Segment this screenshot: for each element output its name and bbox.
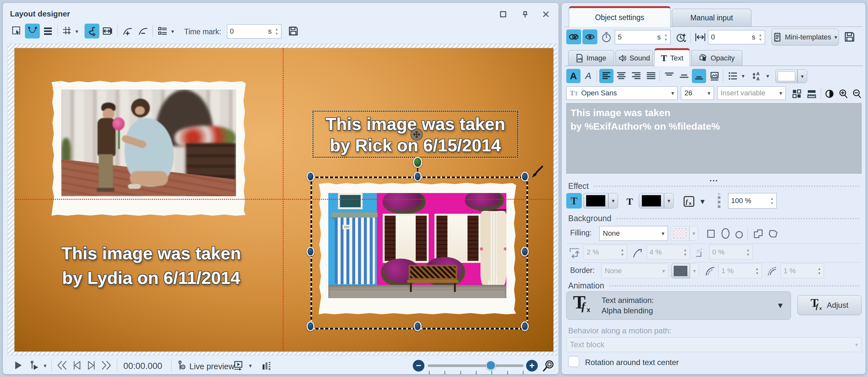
border-outer-icon[interactable] (766, 265, 779, 278)
preview-dropdown-icon[interactable]: ▾ (249, 363, 252, 369)
angle-icon[interactable] (630, 246, 644, 260)
insert-variable-select[interactable]: Insert variable ▾ (717, 86, 786, 100)
align-right-icon[interactable] (629, 69, 643, 83)
zoom-in-icon[interactable]: + (526, 360, 538, 372)
blocks-icon[interactable] (790, 88, 803, 100)
offset-spinner[interactable]: ▲▼ (758, 33, 762, 41)
spacing-icon[interactable] (694, 31, 707, 43)
resize-handle-se[interactable] (521, 321, 529, 331)
save-icon[interactable] (286, 24, 301, 38)
align-justify-icon[interactable] (644, 69, 658, 83)
valign-top-icon[interactable] (662, 69, 676, 83)
text-opacity-input[interactable]: 100 % ▲▼ (728, 193, 777, 209)
tab-image[interactable]: Image (568, 50, 614, 66)
text-object-rick[interactable]: This image was taken by Rick on 6/15/201… (312, 111, 518, 158)
slide-canvas[interactable]: This image was taken by Lydia on 6/11/20… (14, 48, 553, 351)
tab-manual-input[interactable]: Manual input (672, 9, 751, 27)
layers-icon[interactable] (40, 24, 55, 38)
tab-opacity[interactable]: Opacity (691, 50, 742, 66)
text-animation-select[interactable]: T f x Text animation: Alpha blending ▼ (566, 291, 791, 320)
text-content-editor[interactable]: This image was taken by %ExifAuthor% on … (566, 103, 862, 174)
list-icon[interactable] (725, 69, 740, 83)
list-dropdown-icon[interactable]: ▾ (742, 73, 745, 79)
zoom-fit-icon[interactable] (541, 358, 557, 373)
selection-box[interactable] (310, 176, 525, 326)
shape-rect-icon[interactable] (705, 228, 717, 240)
align-center-icon[interactable] (614, 69, 628, 83)
font-color-swatch[interactable] (775, 70, 798, 83)
fx-icon[interactable]: fx (682, 195, 696, 208)
shadow-color-swatch[interactable] (639, 193, 664, 209)
text-outline-icon[interactable]: T (566, 193, 582, 209)
live-preview-label[interactable]: Live preview (189, 362, 235, 371)
corner-round-icon[interactable] (693, 246, 707, 260)
pin-icon[interactable] (520, 9, 531, 20)
line-spacing-icon[interactable]: AA (750, 69, 765, 83)
valign-center-icon[interactable] (677, 69, 691, 83)
viewport-icon[interactable] (100, 24, 115, 38)
text-opacity-spinner[interactable]: ▲▼ (770, 197, 774, 205)
time-mark-input[interactable]: 0 s ▲▼ (227, 24, 281, 38)
next-icon[interactable] (85, 358, 99, 373)
font-size-select[interactable]: 26 ▾ (681, 86, 714, 100)
shadow-color-dropdown-icon[interactable]: ▾ (664, 193, 674, 209)
zoom-out-text-icon[interactable] (850, 88, 864, 100)
statistics-icon[interactable] (259, 358, 273, 373)
add-node-icon[interactable] (120, 24, 135, 38)
resize-handle-sw[interactable] (307, 321, 314, 331)
save-icon[interactable] (842, 29, 857, 44)
zoom-in-text-icon[interactable] (837, 88, 850, 100)
shape-step-icon[interactable] (751, 227, 765, 240)
zoom-slider-thumb[interactable] (486, 361, 496, 370)
grid-icon[interactable] (60, 24, 75, 38)
outline-list-dropdown-icon[interactable]: ▾ (171, 29, 174, 34)
time-mark-spinner[interactable]: ▲▼ (275, 28, 278, 36)
maximize-icon[interactable] (498, 9, 508, 20)
play-icon[interactable] (11, 358, 26, 373)
select-tool-icon[interactable] (9, 24, 24, 38)
rows-icon[interactable] (805, 88, 818, 100)
shape-ellipse-icon[interactable] (719, 227, 732, 240)
resize-handle-e[interactable] (521, 247, 529, 256)
text-shadow-icon[interactable]: T (623, 195, 636, 208)
eye-icon[interactable] (583, 29, 597, 44)
close-icon[interactable] (540, 9, 551, 20)
inline-image-icon[interactable] (707, 69, 722, 83)
zoom-out-icon[interactable]: − (413, 360, 425, 372)
text-object-lydia[interactable]: This image was taken by Lydia on 6/11/20… (31, 241, 272, 290)
resize-handle-w[interactable] (307, 247, 314, 256)
font-color-dropdown-icon[interactable]: ▾ (798, 70, 807, 83)
outline-color-swatch[interactable] (583, 193, 608, 209)
rotation-checkbox[interactable] (568, 356, 579, 367)
line-spacing-dropdown-icon[interactable]: ▾ (766, 73, 769, 79)
offset-input[interactable]: 0 s ▲▼ (708, 30, 765, 44)
mini-templates-button[interactable]: Mini-templates ▾ (772, 29, 839, 45)
motion-path-icon[interactable] (85, 24, 99, 38)
shape-polygon-icon[interactable] (766, 227, 780, 240)
tab-text[interactable]: T Text (654, 48, 690, 66)
tab-sound[interactable]: Sound (616, 50, 653, 66)
stopwatch-icon[interactable] (600, 31, 613, 44)
curve-tool-icon[interactable] (25, 24, 40, 38)
resize-handle-n[interactable] (414, 172, 422, 181)
link-icon[interactable] (566, 29, 581, 44)
outline-list-icon[interactable] (155, 24, 170, 38)
photo-object-lydia[interactable] (52, 80, 246, 216)
valign-bottom-icon[interactable] (692, 69, 706, 83)
bold-icon[interactable]: A (566, 69, 581, 83)
font-family-select[interactable]: TT Open Sans ▾ (566, 86, 678, 100)
duration-spinner[interactable]: ▲▼ (664, 33, 668, 41)
border-color-swatch[interactable] (671, 264, 690, 278)
move-handle-icon[interactable] (410, 128, 423, 141)
border-inner-icon[interactable] (704, 265, 716, 278)
filling-select[interactable]: None ▾ (599, 226, 668, 241)
inset-icon[interactable] (567, 246, 581, 260)
drag-dots-handle[interactable] (718, 194, 720, 208)
resize-handle-s[interactable] (414, 321, 422, 331)
grid-dropdown-icon[interactable]: ▾ (75, 29, 79, 34)
preview-screen-icon[interactable] (231, 358, 246, 373)
resize-handle-ne[interactable] (521, 172, 529, 181)
previous-icon[interactable] (70, 358, 84, 373)
play-from-marker-icon[interactable] (27, 358, 42, 373)
adjust-button[interactable]: T f x Adjust (798, 295, 862, 315)
